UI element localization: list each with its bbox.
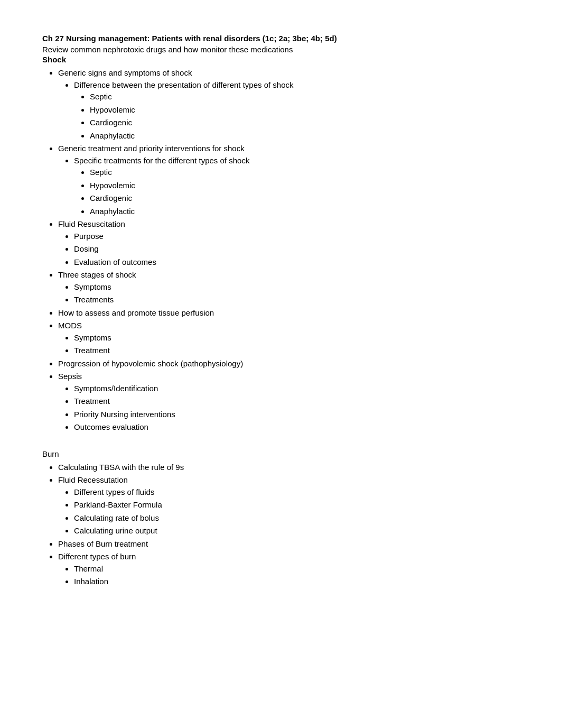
list-item: Progression of hypovolemic shock (pathop… bbox=[58, 358, 519, 370]
list-item: Different types of fluids bbox=[74, 486, 519, 499]
list-item: Difference between the presentation of d… bbox=[74, 79, 519, 142]
list-item: MODSSymptomsTreatment bbox=[58, 320, 519, 357]
list-item: Septic bbox=[90, 91, 519, 103]
list-item: Fluid RecessutationDifferent types of fl… bbox=[58, 474, 519, 537]
list-item: Septic bbox=[90, 167, 519, 179]
list-item: Treatments bbox=[74, 294, 519, 306]
list-item: Symptoms/Identification bbox=[74, 383, 519, 395]
list-item: Specific treatments for the different ty… bbox=[74, 155, 519, 218]
list-item: Purpose bbox=[74, 231, 519, 243]
list-item: Priority Nursing interventions bbox=[74, 409, 519, 421]
subtitle: Review common nephrotoxic drugs and how … bbox=[42, 45, 519, 54]
list-item: Phases of Burn treatment bbox=[58, 538, 519, 550]
list-item: Cardiogenic bbox=[90, 117, 519, 129]
list-item: Different types of burnThermalInhalation bbox=[58, 551, 519, 588]
list-item: Hypovolemic bbox=[90, 104, 519, 116]
shock-list: Generic signs and symptoms of shockDiffe… bbox=[58, 67, 519, 434]
shock-heading: Shock bbox=[42, 55, 519, 64]
list-item: Calculating urine output bbox=[74, 525, 519, 537]
list-item: Symptoms bbox=[74, 332, 519, 344]
page-title: Ch 27 Nursing management: Patients with … bbox=[42, 34, 519, 43]
list-item: Generic treatment and priority intervent… bbox=[58, 143, 519, 217]
list-item: Evaluation of outcomes bbox=[74, 256, 519, 269]
list-item: Anaphylactic bbox=[90, 130, 519, 142]
burn-list: Calculating TBSA with the rule of 9sFlui… bbox=[58, 462, 519, 588]
list-item: Calculating TBSA with the rule of 9s bbox=[58, 462, 519, 474]
list-item: Hypovolemic bbox=[90, 180, 519, 192]
list-item: Outcomes evaluation bbox=[74, 421, 519, 434]
list-item: Anaphylactic bbox=[90, 206, 519, 218]
list-item: Cardiogenic bbox=[90, 192, 519, 205]
list-item: Generic signs and symptoms of shockDiffe… bbox=[58, 67, 519, 142]
list-item: Parkland-Baxter Formula bbox=[74, 499, 519, 511]
page-content: Ch 27 Nursing management: Patients with … bbox=[42, 34, 519, 588]
list-item: Treatment bbox=[74, 345, 519, 357]
list-item: Inhalation bbox=[74, 576, 519, 588]
list-item: How to assess and promote tissue perfusi… bbox=[58, 307, 519, 319]
list-item: Treatment bbox=[74, 395, 519, 408]
list-item: Three stages of shockSymptomsTreatments bbox=[58, 269, 519, 306]
list-item: Symptoms bbox=[74, 281, 519, 293]
list-item: Dosing bbox=[74, 243, 519, 255]
list-item: Fluid ResuscitationPurposeDosingEvaluati… bbox=[58, 218, 519, 268]
list-item: Calculating rate of bolus bbox=[74, 512, 519, 524]
list-item: SepsisSymptoms/IdentificationTreatmentPr… bbox=[58, 371, 519, 434]
list-item: Thermal bbox=[74, 563, 519, 575]
burn-heading: Burn bbox=[42, 449, 519, 458]
